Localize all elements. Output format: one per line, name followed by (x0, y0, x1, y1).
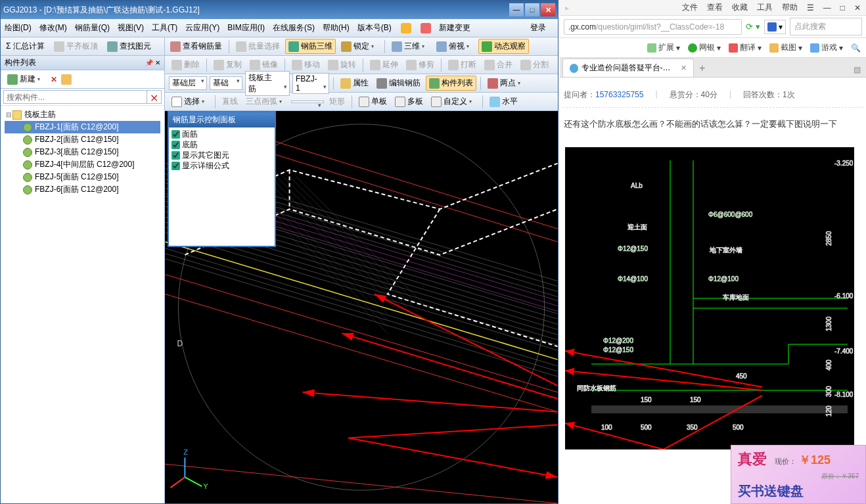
tb-select[interactable]: 选择▾ (169, 95, 211, 108)
new-button[interactable]: 新建▾ (5, 72, 47, 86)
new-tab-button[interactable]: + (694, 60, 710, 77)
cb-top-rebar[interactable]: 面筋 (171, 129, 272, 139)
tree-item-3[interactable]: FBZJ-3[底筋 C12@150] (5, 146, 160, 158)
tb-flat[interactable]: 平齐板顶 (51, 39, 101, 53)
tb-horiz[interactable]: 水平 (487, 95, 520, 108)
menu-bim[interactable]: BIM应用(I) (227, 22, 265, 34)
bwin-min[interactable]: — (823, 3, 831, 12)
tb-3d[interactable]: 三维▾ (389, 39, 431, 53)
ad-banner[interactable]: 真爱 现价： ￥125 原价：￥367 买书送键盘 (731, 445, 866, 504)
bmenu-help[interactable]: 帮助 (782, 2, 798, 13)
tb-sigma[interactable]: Σ 汇总计算 (3, 39, 47, 53)
bmenu-file[interactable]: 文件 (682, 2, 698, 13)
tb-break[interactable]: 打断 (445, 58, 479, 72)
clear-search-icon[interactable]: ✕ (147, 90, 162, 104)
tree-item-2[interactable]: FBZJ-2[面筋 C12@150] (5, 133, 160, 146)
menu-new-change[interactable]: 新建变更 (439, 22, 470, 34)
bt-bank[interactable]: 网银 ▾ (688, 42, 721, 53)
menu-version[interactable]: 版本号(B) (357, 22, 392, 34)
menu-icon-1[interactable] (401, 23, 411, 34)
asker-link[interactable]: 15763325755 (595, 90, 643, 99)
tb-batch[interactable]: 批量选择 (233, 39, 283, 53)
tb-rotate[interactable]: 旋转 (325, 58, 359, 72)
arc-opt[interactable] (291, 101, 324, 103)
category-select[interactable]: 基础 (210, 76, 242, 90)
bt-more-icon[interactable]: 🔍 (851, 43, 861, 53)
bmenu-view[interactable]: 查看 (707, 2, 723, 13)
bmenu-menu-icon[interactable]: ☰ (807, 3, 814, 12)
bt-screenshot[interactable]: 截图 ▾ (769, 42, 802, 53)
menu-help[interactable]: 帮助(H) (323, 22, 350, 34)
bmenu-tool[interactable]: 工具 (757, 2, 773, 13)
collapse-icon[interactable]: ⊟ (5, 111, 12, 118)
component-select[interactable]: FBZJ-1 (292, 73, 329, 94)
copy-icon[interactable] (61, 74, 72, 85)
menu-cloud[interactable]: 云应用(Y) (185, 22, 219, 34)
tb-multi[interactable]: 多板 (392, 95, 426, 108)
bmenu-fav[interactable]: 收藏 (732, 2, 748, 13)
tree-item-6[interactable]: FBZJ-6[面筋 C12@200] (5, 183, 160, 196)
active-tab[interactable]: 专业造价问题答疑平台-广联达! ✕ (562, 58, 694, 77)
menu-icon-2[interactable] (421, 23, 431, 34)
tb-move[interactable]: 移动 (289, 58, 323, 72)
browser-search-input[interactable]: 点此搜索 (790, 18, 862, 35)
cb-bottom-rebar[interactable]: 底筋 (171, 139, 272, 150)
tb-rect[interactable]: 矩形 (327, 95, 348, 108)
tb-complist[interactable]: 构件列表 (426, 76, 476, 91)
tb-dynobs[interactable]: 动态观察 (478, 39, 529, 54)
menu-online[interactable]: 在线服务(S) (273, 22, 315, 34)
menu-draw[interactable]: 绘图(D) (5, 22, 32, 34)
tb-single[interactable]: 单板 (356, 95, 390, 108)
tb-lock[interactable]: 锁定▾ (338, 39, 380, 53)
tree-root[interactable]: ⊟ 筏板主筋 (5, 108, 160, 121)
tb-find[interactable]: 查找图元 (104, 39, 154, 53)
bt-game[interactable]: 游戏 ▾ (810, 42, 843, 53)
tree-item-4[interactable]: FBZJ-4[中间层筋 C12@200] (5, 158, 160, 171)
type-select[interactable]: 筏板主筋 (245, 71, 290, 96)
layer-select[interactable]: 基础层 (169, 76, 207, 90)
tb-custom[interactable]: 自定义▾ (428, 95, 478, 108)
tb-extend[interactable]: 延伸 (367, 58, 401, 72)
tab-list-icon[interactable]: ▤ (851, 62, 863, 77)
bwin-max[interactable]: □ (840, 3, 845, 12)
window-minimize-button[interactable]: — (509, 3, 524, 16)
tb-editrebar[interactable]: 编辑钢筋 (374, 76, 423, 90)
tb-twopoint[interactable]: 两点▾ (485, 76, 527, 90)
svg-line-71 (565, 351, 762, 387)
bt-ext[interactable]: 扩展 ▾ (647, 42, 680, 53)
cb-other-elements[interactable]: 显示其它图元 (171, 150, 272, 160)
rebar-display-panel[interactable]: 钢筋显示控制面板 面筋 底筋 显示其它图元 显示详细公式 (168, 111, 276, 247)
bwin-close[interactable]: ✕ (854, 3, 861, 12)
tb-trim[interactable]: 修剪 (403, 58, 437, 72)
tb-line[interactable]: 直线 (219, 95, 240, 108)
login-link[interactable]: 登录 (530, 22, 546, 34)
cb-detail-formula[interactable]: 显示详细公式 (171, 160, 272, 171)
tb-merge[interactable]: 合并 (482, 58, 515, 72)
window-close-button[interactable]: ✕ (541, 3, 555, 16)
tab-close-icon[interactable]: ✕ (681, 64, 687, 72)
tree-item-5[interactable]: FBZJ-5[面筋 C12@150] (5, 171, 160, 183)
pin-icon[interactable]: 📌 ✕ (145, 59, 160, 66)
float-panel-title[interactable]: 钢筋显示控制面板 (169, 112, 275, 127)
menu-tool[interactable]: 工具(T) (152, 22, 177, 34)
menu-rebar[interactable]: 钢筋量(Q) (75, 22, 110, 34)
window-maximize-button[interactable]: □ (525, 3, 539, 16)
delete-icon[interactable]: ✕ (51, 75, 57, 84)
search-engine-select[interactable]: ▾ (764, 20, 786, 34)
menu-view[interactable]: 视图(V) (118, 22, 144, 34)
bt-translate[interactable]: 翻译 ▾ (729, 42, 762, 53)
tb-copy[interactable]: 复制 (211, 58, 244, 72)
tb-arc[interactable]: 三点画弧▾ (243, 95, 288, 108)
tb-view-rebar[interactable]: 查看钢筋量 (168, 39, 225, 53)
component-search-input[interactable] (3, 90, 147, 104)
tb-delete[interactable]: 删除 (169, 58, 202, 72)
tb-props[interactable]: 属性 (338, 76, 371, 90)
tb-mirror[interactable]: 镜像 (247, 58, 281, 72)
tb-split[interactable]: 分割 (518, 58, 551, 72)
url-input[interactable]: .gx.com/question/giml/list?__ClassCode=-… (564, 19, 742, 35)
tree-item-1[interactable]: FBZJ-1[面筋 C12@200] (5, 121, 160, 133)
menu-modify[interactable]: 修改(M) (39, 22, 67, 34)
tb-topview[interactable]: 俯视▾ (434, 39, 476, 53)
tb-rebar3d[interactable]: 钢筋三维 (285, 39, 336, 54)
refresh-icon[interactable]: ⟳ ▾ (746, 22, 760, 32)
